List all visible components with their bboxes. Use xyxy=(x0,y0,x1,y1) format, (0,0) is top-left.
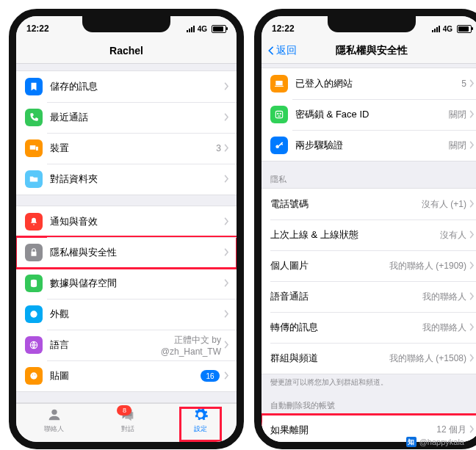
tab-settings[interactable]: 設定 xyxy=(192,407,209,442)
chevron-right-icon xyxy=(469,291,475,302)
appearance-icon xyxy=(25,305,43,323)
row-label: 群組與頻道 xyxy=(270,352,389,365)
row-saved-messages[interactable]: 儲存的訊息 xyxy=(16,71,237,102)
carrier-label: 4G xyxy=(198,25,207,33)
tab-bar: 聯絡人 8 對話 設定 xyxy=(16,403,237,442)
chevron-right-icon xyxy=(224,217,229,228)
section-privacy-label: 隱私 xyxy=(262,162,476,188)
chevron-right-icon xyxy=(224,371,229,382)
svg-point-15 xyxy=(280,113,281,114)
lock-icon xyxy=(25,244,43,261)
phone-icon xyxy=(25,109,43,126)
notch xyxy=(82,16,170,32)
contact-icon xyxy=(46,407,62,423)
row-label: 貼圖 xyxy=(50,369,201,382)
row-detail: 沒有人 xyxy=(440,229,466,242)
row-label: 已登入的網站 xyxy=(295,77,461,90)
phone-right: 12:22 4G 返回 隱私權與安全性 已登入的網站 5 xyxy=(254,9,476,449)
signal-icon xyxy=(187,26,195,32)
laptop-icon xyxy=(270,75,288,92)
svg-rect-13 xyxy=(275,111,282,117)
group-general: 儲存的訊息 最近通話 裝置 3 xyxy=(16,70,237,195)
row-passcode[interactable]: 密碼鎖 & Face ID 關閉 xyxy=(262,99,476,130)
nav-bar: 返回 隱私權與安全性 xyxy=(262,38,476,64)
row-label: 個人圖片 xyxy=(270,259,389,272)
chevron-right-icon xyxy=(469,140,475,151)
row-groups-channels[interactable]: 群組與頻道 我的聯絡人 (+1508) xyxy=(262,343,476,374)
row-notifications[interactable]: 通知與音效 xyxy=(16,206,237,237)
tab-chats[interactable]: 8 對話 xyxy=(120,407,136,442)
row-profile-photo[interactable]: 個人圖片 我的聯絡人 (+1909) xyxy=(262,250,476,281)
row-appearance[interactable]: 外觀 xyxy=(16,299,237,330)
battery-icon xyxy=(457,25,472,33)
chevron-right-icon xyxy=(469,109,475,120)
chevron-right-icon xyxy=(469,322,475,333)
row-label: 隱私權與安全性 xyxy=(50,246,224,259)
row-data-storage[interactable]: 數據與儲存空間 xyxy=(16,268,237,299)
row-label: 語音通話 xyxy=(270,290,422,303)
row-detail: 我的聯絡人 xyxy=(422,322,466,334)
chevron-right-icon xyxy=(224,309,229,320)
zhihu-icon: 知 xyxy=(406,437,416,447)
row-detail: 沒有人 (+1) xyxy=(422,198,466,211)
bell-icon xyxy=(25,213,43,231)
group-security: 已登入的網站 5 密碼鎖 & Face ID 關閉 兩步驟驗證 關閉 xyxy=(262,68,476,162)
chevron-right-icon xyxy=(224,174,229,185)
database-icon xyxy=(25,275,43,292)
row-label: 如果離開 xyxy=(270,424,436,437)
row-chat-folders[interactable]: 對話資料夾 xyxy=(16,164,237,195)
svg-point-16 xyxy=(275,145,279,148)
settings-scroll[interactable]: 儲存的訊息 最近通話 裝置 3 xyxy=(16,63,237,407)
row-detail: 關閉 xyxy=(449,139,466,152)
row-privacy-security[interactable]: 隱私權與安全性 xyxy=(16,237,237,268)
row-active-sessions[interactable]: 已登入的網站 5 xyxy=(262,68,476,99)
row-language[interactable]: 語言 正體中文 by @zh_Hant_TW xyxy=(16,330,237,360)
row-label: 數據與儲存空間 xyxy=(50,277,224,290)
row-phone-number[interactable]: 電話號碼 沒有人 (+1) xyxy=(262,189,476,219)
watermark-text: @happykala xyxy=(419,438,464,446)
back-button[interactable]: 返回 xyxy=(267,44,297,57)
row-forwarded[interactable]: 轉傳的訊息 我的聯絡人 xyxy=(262,312,476,343)
tab-label: 聯絡人 xyxy=(44,424,64,434)
row-recent-calls[interactable]: 最近通話 xyxy=(16,102,237,133)
row-two-step[interactable]: 兩步驟驗證 關閉 xyxy=(262,130,476,161)
chevron-right-icon xyxy=(469,79,475,90)
row-stickers[interactable]: 貼圖 16 xyxy=(16,360,237,391)
row-label: 語言 xyxy=(50,338,126,352)
row-detail: 我的聯絡人 (+1508) xyxy=(389,352,466,365)
gear-icon xyxy=(192,407,209,423)
sticker-icon xyxy=(25,367,43,385)
row-detail: 關閉 xyxy=(449,109,466,121)
chevron-right-icon xyxy=(224,340,229,351)
globe-icon xyxy=(25,336,43,354)
svg-point-6 xyxy=(32,374,33,375)
privacy-footer: 變更誰可以將您加入到群組和頻道。 xyxy=(262,374,476,388)
chats-badge: 8 xyxy=(117,405,131,415)
svg-point-5 xyxy=(30,372,37,379)
row-voice-calls[interactable]: 語音通話 我的聯絡人 xyxy=(262,281,476,312)
status-time: 12:22 xyxy=(26,23,49,34)
chevron-left-icon xyxy=(267,46,275,56)
page-title: Rachel xyxy=(109,45,143,57)
chevron-right-icon xyxy=(224,81,229,92)
chevron-right-icon xyxy=(469,353,475,364)
group-privacy: 電話號碼 沒有人 (+1) 上次上線 & 上線狀態 沒有人 個人圖片 我的聯絡人… xyxy=(262,188,476,374)
tab-contacts[interactable]: 聯絡人 xyxy=(44,407,64,442)
row-last-seen[interactable]: 上次上線 & 上線狀態 沒有人 xyxy=(262,219,476,250)
bookmark-icon xyxy=(25,78,43,95)
row-label: 兩步驟驗證 xyxy=(295,139,449,152)
row-devices[interactable]: 裝置 3 xyxy=(16,133,237,164)
row-detail: 5 xyxy=(461,79,466,89)
chevron-right-icon xyxy=(469,261,475,272)
nav-bar: Rachel xyxy=(16,38,237,64)
chevron-right-icon xyxy=(469,230,475,241)
chevron-right-icon xyxy=(224,247,229,258)
back-label: 返回 xyxy=(276,44,297,57)
row-label: 密碼鎖 & Face ID xyxy=(295,108,449,121)
privacy-scroll[interactable]: 已登入的網站 5 密碼鎖 & Face ID 關閉 兩步驟驗證 關閉 xyxy=(262,63,476,442)
row-detail: 我的聯絡人 xyxy=(422,291,466,303)
chevron-right-icon xyxy=(224,112,229,123)
phone-left: 12:22 4G Rachel 儲存的訊息 最近通話 xyxy=(9,9,244,449)
svg-rect-0 xyxy=(30,145,36,150)
row-label: 外觀 xyxy=(50,308,224,321)
